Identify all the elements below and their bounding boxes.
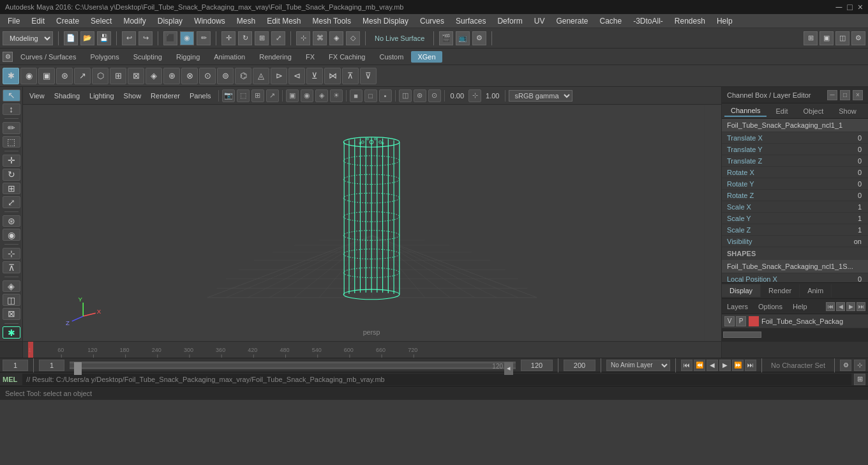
paint-tool-btn[interactable]: ✏ bbox=[197, 31, 211, 45]
move-tool-l[interactable]: ✛ bbox=[3, 155, 20, 167]
lighting-menu[interactable]: Lighting bbox=[86, 91, 118, 101]
menu-select[interactable]: Select bbox=[86, 15, 117, 27]
step-fwd-btn[interactable]: ⏩ bbox=[732, 360, 744, 371]
quad-view-btn[interactable]: ◫ bbox=[3, 294, 20, 306]
anim-settings-btn[interactable]: ⚙ bbox=[840, 360, 851, 371]
soft-mod-tool[interactable]: ⊛ bbox=[3, 215, 20, 227]
menu-curves[interactable]: Curves bbox=[415, 15, 449, 27]
panel-expand-btn[interactable]: □ bbox=[840, 90, 850, 100]
xgen-icon-17[interactable]: ⊲ bbox=[288, 68, 305, 84]
tab-xgen[interactable]: XGen bbox=[411, 51, 442, 63]
xgen-icon-7[interactable]: ⊞ bbox=[110, 68, 126, 84]
move-tool-btn[interactable]: ✛ bbox=[221, 31, 236, 45]
select-tool-btn[interactable]: ⬛ bbox=[163, 31, 177, 45]
paint-select-tool[interactable]: ⬚ bbox=[3, 136, 20, 148]
slider-thumb[interactable] bbox=[74, 362, 82, 375]
menu-3dto[interactable]: -3DtoAll- bbox=[628, 15, 668, 27]
menu-modify[interactable]: Modify bbox=[118, 15, 151, 27]
layer-nav-left1[interactable]: ⏮ bbox=[826, 302, 835, 311]
layer-color-swatch[interactable] bbox=[749, 316, 759, 326]
xgen-icon-18[interactable]: ⊻ bbox=[306, 68, 323, 84]
menu-mesh[interactable]: Mesh bbox=[232, 15, 260, 27]
menu-deform[interactable]: Deform bbox=[492, 15, 527, 27]
xgen-icon-9[interactable]: ◈ bbox=[146, 68, 162, 84]
cb-row-lpx[interactable]: Local Position X 0 bbox=[722, 273, 868, 282]
menu-windows[interactable]: Windows bbox=[189, 15, 230, 27]
menu-mesh-display[interactable]: Mesh Display bbox=[357, 15, 414, 27]
tab-fx-caching[interactable]: FX Caching bbox=[322, 51, 371, 63]
render-btn[interactable]: 🎬 bbox=[439, 31, 453, 45]
layout-btn2[interactable]: ▣ bbox=[819, 31, 834, 45]
panel-collapse-btn[interactable]: ─ bbox=[827, 90, 837, 100]
layer-playback[interactable]: P bbox=[736, 316, 746, 326]
snap-grid-btn[interactable]: ⊹ bbox=[296, 31, 310, 45]
tab-sculpting[interactable]: Sculpting bbox=[127, 51, 168, 63]
xgen-icon-20[interactable]: ⊼ bbox=[342, 68, 359, 84]
panel-close-btn[interactable]: × bbox=[853, 90, 863, 100]
rotate-tool-l[interactable]: ↻ bbox=[3, 169, 20, 181]
select-tool[interactable]: ↖ bbox=[3, 89, 20, 102]
cb-tab-channels[interactable]: Channels bbox=[724, 105, 767, 117]
cb-tab-object[interactable]: Object bbox=[797, 106, 830, 116]
layer-nav-right1[interactable]: ▶ bbox=[846, 302, 855, 311]
layout-btn3[interactable]: ◫ bbox=[835, 31, 849, 45]
artisan-tool[interactable]: ↕ bbox=[3, 103, 20, 116]
vp-xray-btn[interactable]: ⊙ bbox=[428, 89, 441, 102]
cb-row-ry[interactable]: Rotate Y 0 bbox=[722, 178, 868, 190]
menu-rendesh[interactable]: Rendesh bbox=[670, 15, 710, 27]
frame-range-start[interactable] bbox=[39, 360, 64, 371]
tab-polygons[interactable]: Polygons bbox=[84, 51, 125, 63]
xgen-icon-16[interactable]: ⊳ bbox=[271, 68, 287, 84]
layer-visibility[interactable]: V bbox=[724, 316, 735, 326]
xgen-icon-19[interactable]: ⋈ bbox=[324, 68, 341, 84]
cb-row-rx[interactable]: Rotate X 0 bbox=[722, 167, 868, 178]
rotate-tool-btn[interactable]: ↻ bbox=[238, 31, 252, 45]
transform-tool-btn[interactable]: ⤢ bbox=[271, 31, 285, 45]
layout-btn4[interactable]: ⚙ bbox=[851, 31, 865, 45]
view-menu[interactable]: View bbox=[26, 91, 49, 101]
goto-end-btn[interactable]: ⏭ bbox=[745, 360, 756, 371]
new-file-btn[interactable]: 📄 bbox=[64, 31, 78, 45]
vp-shade1[interactable]: ■ bbox=[350, 89, 363, 102]
layer-row[interactable]: V P Foil_Tube_Snack_Packag bbox=[722, 314, 868, 328]
layer-nav-right2[interactable]: ⏭ bbox=[857, 302, 865, 311]
snap-surface-btn[interactable]: ◇ bbox=[346, 31, 360, 45]
panels-menu[interactable]: Panels bbox=[186, 91, 215, 101]
xgen-icon-3[interactable]: ▣ bbox=[38, 68, 55, 84]
transform-tool-l[interactable]: ⤢ bbox=[3, 196, 20, 208]
anim-layer-dropdown[interactable]: No Anim Layer bbox=[606, 360, 670, 371]
xgen-icon-10[interactable]: ⊕ bbox=[163, 68, 180, 84]
options-tab[interactable]: Options bbox=[756, 301, 785, 312]
vp-light-btn[interactable]: ☀ bbox=[330, 89, 343, 102]
vp-shade2[interactable]: □ bbox=[364, 89, 377, 102]
viewport[interactable]: View Shading Lighting Show Renderer Pane… bbox=[23, 87, 721, 341]
save-file-btn[interactable]: 💾 bbox=[97, 31, 111, 45]
xgen-icon-4[interactable]: ⊛ bbox=[56, 68, 73, 84]
xgen-icon-14[interactable]: ⌬ bbox=[235, 68, 251, 84]
tab-rigging[interactable]: Rigging bbox=[170, 51, 206, 63]
menu-generate[interactable]: Generate bbox=[551, 15, 593, 27]
xgen-icon-6[interactable]: ⬡ bbox=[92, 68, 108, 84]
menu-edit-mesh[interactable]: Edit Mesh bbox=[262, 15, 306, 27]
play-back-btn[interactable]: ◀ bbox=[707, 360, 718, 371]
menu-surfaces[interactable]: Surfaces bbox=[451, 15, 491, 27]
render-settings-btn[interactable]: ⚙ bbox=[472, 31, 486, 45]
cb-row-sx[interactable]: Scale X 1 bbox=[722, 201, 868, 213]
cb-row-tz[interactable]: Translate Z 0 bbox=[722, 155, 868, 167]
cb-row-tx[interactable]: Translate X 0 bbox=[722, 132, 868, 144]
range-end-input[interactable] bbox=[564, 360, 595, 371]
cb-tab-edit[interactable]: Edit bbox=[769, 106, 794, 116]
cb-tab-show[interactable]: Show bbox=[832, 106, 863, 116]
timeline-ruler[interactable]: 1 60 120 180 240 300 360 420 480 540 bbox=[0, 341, 868, 358]
render-tab[interactable]: Render bbox=[761, 284, 800, 297]
menu-edit[interactable]: Edit bbox=[26, 15, 50, 27]
sculpt-tool[interactable]: ◉ bbox=[3, 229, 20, 241]
tab-animation[interactable]: Animation bbox=[207, 51, 251, 63]
slider-end-btn[interactable]: ◂ bbox=[504, 362, 513, 375]
cb-row-vis[interactable]: Visibility on bbox=[722, 236, 868, 247]
timeline-track[interactable]: 1 60 120 180 240 300 360 420 480 540 bbox=[23, 342, 721, 358]
settings-icon[interactable]: ⚙ bbox=[3, 52, 13, 62]
vp-texture-btn[interactable]: ◈ bbox=[315, 89, 328, 102]
panel-scrollbar[interactable] bbox=[722, 328, 868, 341]
cb-row-sy[interactable]: Scale Y 1 bbox=[722, 213, 868, 224]
